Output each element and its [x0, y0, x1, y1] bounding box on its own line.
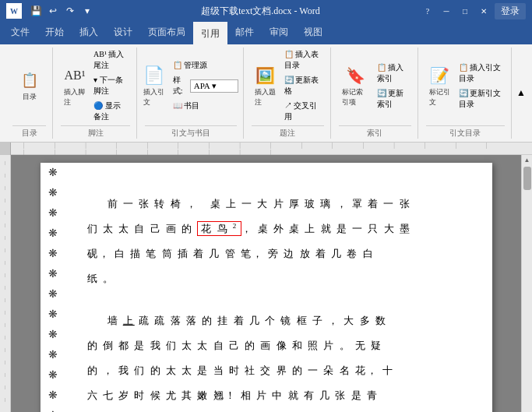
para-2b: 的 倒 都 是 我 们 太 太 自 己 的 画 像 和 照 片 。 无 疑	[87, 336, 453, 356]
decorative-stars: ❋ ❋ ❋ ❋ ❋ ❋ ❋ ❋ ❋ ❋ ❋ ❋ ❋ ❋ ❋ ❋ ❋	[48, 163, 58, 412]
ribbon-group-caption: 🖼️ 插入题注 📋 插入表目录 🔄 更新表格 ↗ 交叉引用 题注	[245, 48, 331, 139]
vertical-scrollbar[interactable]: ▲ ▼	[521, 155, 532, 412]
scroll-thumb[interactable]	[523, 167, 531, 190]
quick-access-dropdown[interactable]: ▾	[79, 3, 95, 19]
toa-group-label: 引文目录	[426, 125, 505, 139]
quick-access-toolbar: 💾 ↩ ↷ ▾	[28, 3, 95, 19]
citations-group-label: 引文与书目	[145, 125, 236, 139]
para-1: 前 一 张 转 椅 ， 桌 上 一 大 片 厚 玻 璃 ， 罩 着 一 张	[87, 194, 453, 214]
insert-citation-btn[interactable]: 📄 插入引文	[140, 63, 168, 109]
mark-index-btn[interactable]: 🔖 标记索引项	[339, 63, 372, 109]
tab-design[interactable]: 设计	[106, 22, 140, 44]
ribbon-content: 📋 目录 目录 AB¹ 插入脚注 AB¹ 插入尾注 ▾ 下一条脚注 🔵 显示备注…	[0, 44, 532, 142]
ribbon-group-toc: 📋 目录 目录	[6, 48, 53, 139]
mark-citation-icon: 📝	[429, 65, 451, 86]
save-quick-btn[interactable]: 💾	[28, 3, 44, 19]
horizontal-ruler: | | | | | | | | | | | | | | | | | | | | …	[0, 143, 532, 155]
mark-index-icon: 🔖	[344, 65, 366, 86]
insert-table-of-figures-btn[interactable]: 📋 插入表目录	[281, 48, 324, 72]
caption-group-label: 题注	[252, 125, 324, 139]
caption-buttons: 🖼️ 插入题注 📋 插入表目录 🔄 更新表格 ↗ 交叉引用	[252, 48, 324, 124]
document-main[interactable]: ❋ ❋ ❋ ❋ ❋ ❋ ❋ ❋ ❋ ❋ ❋ ❋ ❋ ❋ ❋ ❋ ❋	[11, 155, 521, 412]
vertical-ruler: | | | | | | | | | | | | | | | | | | | |	[0, 155, 11, 412]
ribbon-group-citations: 📄 插入引文 📋 管理源 样式: APA ▾ 📖 书目 引文与书目	[139, 48, 243, 139]
word-app-icon: W	[6, 3, 22, 19]
tab-references[interactable]: 引用	[193, 22, 227, 44]
page-wrapper: ❋ ❋ ❋ ❋ ❋ ❋ ❋ ❋ ❋ ❋ ❋ ❋ ❋ ❋ ❋ ❋ ❋	[11, 155, 521, 412]
para-1c: 砚， 白 描 笔 筒 插 着 几 管 笔， 旁 边 放 着 几 卷 白	[87, 244, 453, 264]
para-2c: 的 ， 我 们 的 太 太 是 当 时 社 交 界 的 一 朵 名 花， 十	[87, 361, 453, 381]
para-2: 墙 上 疏 疏 落 落 的 挂 着 几 个 镜 框 子 ， 大 多 数	[87, 311, 453, 331]
tab-mail[interactable]: 邮件	[227, 22, 262, 44]
para-blank	[87, 298, 453, 311]
citation-buttons: 📄 插入引文 📋 管理源 样式: APA ▾ 📖 书目	[140, 48, 242, 124]
bibliography-btn[interactable]: 📖 书目	[170, 99, 242, 113]
insert-footnote-btn[interactable]: AB¹ 插入脚注	[61, 63, 89, 109]
tab-start[interactable]: 开始	[37, 22, 72, 44]
style-selector[interactable]: 样式: APA ▾	[170, 73, 242, 98]
show-notes-btn[interactable]: 🔵 显示备注	[90, 99, 130, 124]
style-dropdown[interactable]: APA ▾	[190, 79, 239, 93]
ribbon-group-index: 🔖 标记索引项 📋 插入索引 🔄 更新索引 索引	[333, 48, 418, 139]
tab-file[interactable]: 文件	[3, 22, 37, 44]
underline-shang: 上	[123, 315, 135, 326]
tab-view[interactable]: 视图	[296, 22, 330, 44]
ribbon: 文件 开始 插入 设计 页面布局 引用 邮件 审阅 视图 📋 目录 目录 AB¹	[0, 22, 532, 143]
toc-group-label: 目录	[12, 125, 46, 139]
toc-buttons: 📋 目录	[16, 48, 44, 124]
document-page[interactable]: ❋ ❋ ❋ ❋ ❋ ❋ ❋ ❋ ❋ ❋ ❋ ❋ ❋ ❋ ❋ ❋ ❋	[41, 163, 492, 412]
update-toa-btn[interactable]: 🔄 更新引文目录	[456, 86, 505, 111]
redo-quick-btn[interactable]: ↷	[62, 3, 78, 19]
cross-reference-btn[interactable]: ↗ 交叉引用	[281, 99, 324, 124]
index-group-label: 索引	[339, 125, 411, 139]
tab-insert[interactable]: 插入	[72, 22, 106, 44]
update-index-btn[interactable]: 🔄 更新索引	[374, 86, 411, 111]
ruler-corner	[0, 143, 11, 155]
close-btn[interactable]: ✕	[476, 4, 491, 18]
toa-buttons: 📝 标记引文 📋 插入引文目录 🔄 更新引文目录	[426, 48, 505, 124]
para-1b: 们 太 太 自 己 画 的 花 鸟 2， 桌 外 桌 上 就 是 一 只 大 墨	[87, 219, 453, 239]
toc-icon: 📋	[19, 69, 41, 91]
next-footnote-btn[interactable]: ▾ 下一条脚注	[90, 73, 130, 98]
highlight-huaniao: 花 鸟 2	[197, 221, 241, 236]
document-area: | | | | | | | | | | | | | | | | | | | | …	[0, 155, 532, 412]
toc-btn[interactable]: 📋 目录	[16, 68, 44, 104]
para-2d: 六 七 岁 时 候 尤 其 嫩 翘！ 相 片 中 就 有 几 张 是 青	[87, 386, 453, 406]
update-table-btn[interactable]: 🔄 更新表格	[281, 73, 324, 98]
window-title: 超级下载text文档.docx - Word	[101, 5, 420, 18]
tab-review[interactable]: 审阅	[262, 22, 296, 44]
insert-caption-btn[interactable]: 🖼️ 插入题注	[252, 63, 280, 109]
ribbon-group-table-of-authorities: 📝 标记引文 📋 插入引文目录 🔄 更新引文目录 引文目录	[420, 48, 512, 139]
tab-pagelayout[interactable]: 页面布局	[140, 22, 193, 44]
manage-sources-btn[interactable]: 📋 管理源	[170, 58, 242, 72]
insert-footnote-icon: AB¹	[64, 65, 86, 86]
mark-citation-btn[interactable]: 📝 标记引文	[426, 63, 454, 109]
undo-quick-btn[interactable]: ↩	[45, 3, 61, 19]
insert-toa-btn[interactable]: 📋 插入引文目录	[456, 61, 505, 86]
insert-caption-icon: 🖼️	[255, 65, 277, 86]
footnote-group-label: 脚注	[61, 125, 130, 139]
ribbon-tabs: 文件 开始 插入 设计 页面布局 引用 邮件 审阅 视图	[0, 22, 532, 44]
insert-index-btn[interactable]: 📋 插入索引	[374, 61, 411, 86]
footnote-buttons: AB¹ 插入脚注 AB¹ 插入尾注 ▾ 下一条脚注 🔵 显示备注	[61, 48, 130, 124]
minimize-btn[interactable]: ─	[439, 4, 454, 18]
scroll-up-arrow[interactable]: ▲	[523, 155, 532, 165]
ribbon-scroll-up[interactable]: ▲	[513, 48, 526, 139]
login-button[interactable]: 登录	[495, 3, 526, 19]
restore-btn[interactable]: □	[457, 4, 473, 18]
ribbon-group-footnote: AB¹ 插入脚注 AB¹ 插入尾注 ▾ 下一条脚注 🔵 显示备注 脚注	[55, 48, 137, 139]
para-1d: 纸 。	[87, 269, 453, 289]
index-buttons: 🔖 标记索引项 📋 插入索引 🔄 更新索引	[339, 48, 411, 124]
insert-endnote-btn[interactable]: AB¹ 插入尾注	[90, 48, 130, 72]
title-bar: W 💾 ↩ ↷ ▾ 超级下载text文档.docx - Word ? ─ □ ✕…	[0, 0, 532, 22]
help-btn[interactable]: ?	[420, 4, 435, 18]
insert-citation-icon: 📄	[143, 65, 165, 86]
title-bar-left: W 💾 ↩ ↷ ▾	[6, 3, 101, 19]
